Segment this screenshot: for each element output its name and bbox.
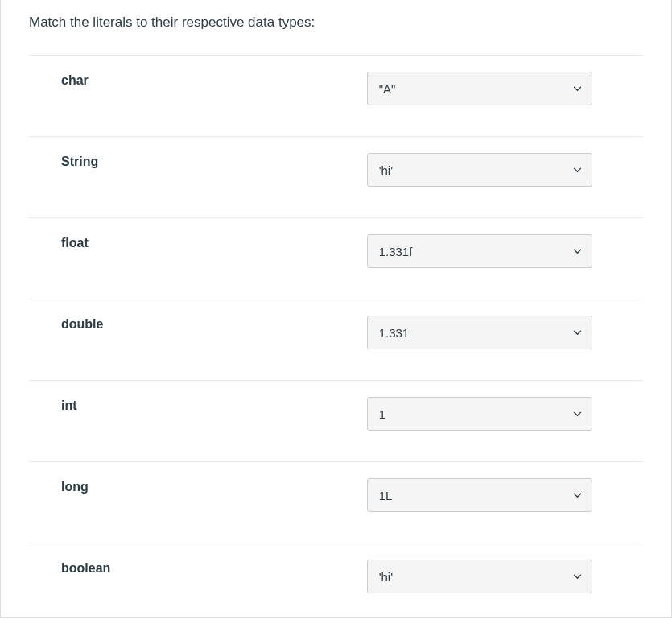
row-label: float bbox=[29, 234, 367, 250]
answer-select[interactable]: 'hi' bbox=[367, 153, 592, 187]
question-container: Match the literals to their respective d… bbox=[0, 0, 672, 618]
select-wrap: 'hi' bbox=[367, 153, 592, 187]
answer-select[interactable]: "A" bbox=[367, 72, 592, 105]
match-row: boolean 'hi' bbox=[29, 543, 643, 593]
select-wrap: 'hi' bbox=[367, 560, 592, 593]
answer-select[interactable]: 1.331f bbox=[367, 234, 592, 268]
answer-select[interactable]: 1L bbox=[367, 478, 592, 512]
match-row: double 1.331 bbox=[29, 299, 643, 380]
match-row: long 1L bbox=[29, 461, 643, 543]
row-label: double bbox=[29, 316, 367, 332]
match-row: float 1.331f bbox=[29, 217, 643, 299]
match-row: String 'hi' bbox=[29, 136, 643, 217]
answer-select[interactable]: 1.331 bbox=[367, 316, 592, 349]
match-row: char "A" bbox=[29, 55, 643, 136]
question-prompt: Match the literals to their respective d… bbox=[1, 0, 671, 55]
row-label: int bbox=[29, 397, 367, 413]
answer-select[interactable]: 'hi' bbox=[367, 560, 592, 593]
select-wrap: 1 bbox=[367, 397, 592, 431]
select-wrap: 1.331f bbox=[367, 234, 592, 268]
row-label: String bbox=[29, 153, 367, 169]
select-wrap: "A" bbox=[367, 72, 592, 105]
match-row: int 1 bbox=[29, 380, 643, 461]
row-label: long bbox=[29, 478, 367, 494]
matching-rows: char "A" String 'hi' bbox=[1, 55, 671, 593]
row-label: char bbox=[29, 72, 367, 88]
row-label: boolean bbox=[29, 560, 367, 576]
answer-select[interactable]: 1 bbox=[367, 397, 592, 431]
select-wrap: 1L bbox=[367, 478, 592, 512]
select-wrap: 1.331 bbox=[367, 316, 592, 349]
